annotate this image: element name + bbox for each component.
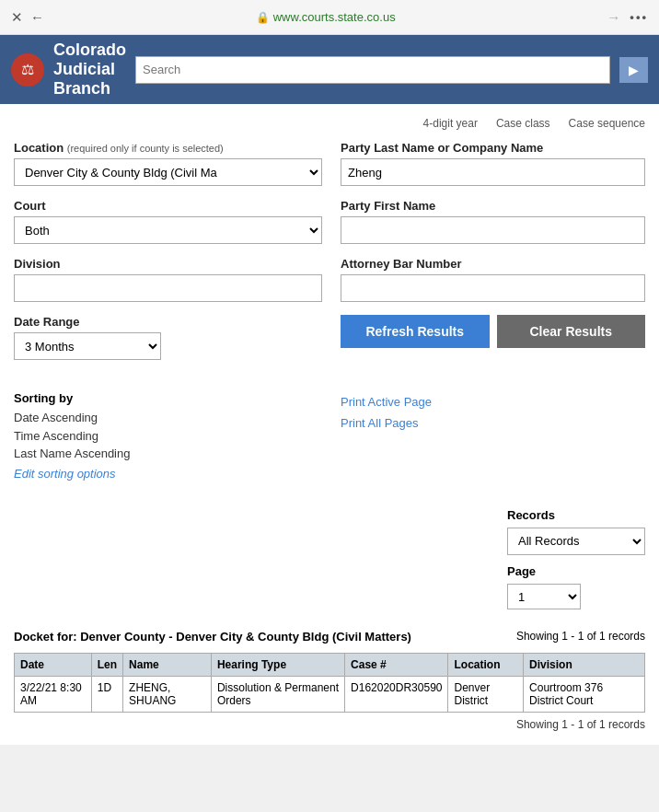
date-range-select[interactable]: 3 Months 1 Month 6 Months 1 Year (14, 332, 161, 360)
party-first-name-label: Party First Name (341, 199, 645, 213)
col-len: Len (91, 653, 122, 676)
cell-location: Denver District (448, 676, 524, 712)
date-range-label: Date Range (14, 315, 322, 329)
sorting-left: Sorting by Date Ascending Time Ascending… (14, 391, 322, 481)
site-logo: ⚖ (11, 53, 44, 87)
division-input[interactable] (14, 274, 322, 302)
col-case-num: Case # (345, 653, 448, 676)
main-content: 4-digit year Case class Case sequence Lo… (0, 104, 659, 745)
browser-bar: ✕ ← 🔒 www.courts.state.co.us → ••• (0, 0, 659, 35)
cell-case-num: D162020DR30590 (345, 676, 448, 712)
sorting-title: Sorting by (14, 391, 322, 405)
sorting-right: Print Active Page Print All Pages (341, 391, 645, 481)
court-select[interactable]: Both District County (14, 216, 322, 244)
location-field-group: Location (required only if county is sel… (14, 141, 322, 186)
col-division: Division (524, 653, 645, 676)
party-last-name-input[interactable] (341, 158, 645, 186)
party-first-name-field-group: Party First Name (341, 199, 645, 244)
party-first-name-input[interactable] (341, 216, 645, 244)
site-header: ⚖ Colorado Judicial Branch ▶ (0, 35, 659, 104)
case-year-label: 4-digit year (423, 117, 478, 130)
table-footer: Showing 1 - 1 of 1 records (14, 718, 645, 731)
records-select[interactable]: All Records 10 25 50 (507, 528, 645, 555)
sorting-section: Sorting by Date Ascending Time Ascending… (14, 391, 645, 481)
records-section: Records All Records 10 25 50 Page 1 (14, 508, 645, 609)
col-name: Name (123, 653, 212, 676)
case-sequence-label: Case sequence (569, 117, 645, 130)
case-class-label: Case class (496, 117, 550, 130)
docket-info: Docket for: Denver County - Denver City … (14, 624, 645, 649)
browser-controls: ✕ ← (11, 9, 44, 26)
court-label: Court (14, 199, 322, 213)
cell-name: ZHENG, SHUANG (123, 676, 212, 712)
division-label: Division (14, 257, 322, 271)
left-column: Location (required only if county is sel… (14, 141, 322, 373)
cell-hearing-type: Dissolution & Permanent Orders (211, 676, 344, 712)
close-icon[interactable]: ✕ (11, 9, 23, 26)
party-last-name-field-group: Party Last Name or Company Name (341, 141, 645, 186)
division-field-group: Division (14, 257, 322, 302)
site-title: Colorado Judicial Branch (53, 41, 126, 99)
search-button[interactable]: ▶ (619, 57, 648, 83)
refresh-results-button[interactable]: Refresh Results (341, 315, 490, 348)
right-column: Party Last Name or Company Name Party Fi… (341, 141, 645, 373)
col-location: Location (448, 653, 524, 676)
sorting-date: Date Ascending (14, 409, 322, 427)
records-label: Records (507, 508, 645, 522)
showing-text-top: Showing 1 - 1 of 1 records (516, 630, 645, 643)
browser-url: 🔒 www.courts.state.co.us (53, 10, 597, 24)
page-select[interactable]: 1 (507, 584, 581, 609)
sorting-time: Time Ascending (14, 427, 322, 446)
table-row: 3/22/21 8:30 AM 1D ZHENG, SHUANG Dissolu… (15, 676, 645, 712)
cell-division: Courtroom 376 District Court (524, 676, 645, 712)
search-input[interactable] (135, 56, 610, 84)
cell-len: 1D (91, 676, 122, 712)
forward-icon[interactable]: → (607, 9, 620, 25)
lock-icon: 🔒 (256, 11, 270, 24)
results-table: Date Len Name Hearing Type Case # Locati… (14, 653, 645, 713)
logo-icon: ⚖ (21, 61, 34, 78)
col-date: Date (15, 653, 92, 676)
date-range-field-group: Date Range 3 Months 1 Month 6 Months 1 Y… (14, 315, 322, 360)
court-field-group: Court Both District County (14, 199, 322, 244)
back-icon[interactable]: ← (30, 9, 44, 25)
edit-sorting-link[interactable]: Edit sorting options (14, 467, 322, 481)
page-label: Page (507, 564, 645, 578)
location-select[interactable]: Denver City & County Bldg (Civil Ma (14, 158, 322, 186)
table-header-row: Date Len Name Hearing Type Case # Locati… (15, 653, 645, 676)
docket-title: Docket for: Denver County - Denver City … (14, 630, 411, 644)
print-all-pages-link[interactable]: Print All Pages (341, 412, 645, 434)
clear-results-button[interactable]: Clear Results (497, 315, 646, 348)
button-row: Refresh Results Clear Results (341, 315, 645, 348)
sorting-name: Last Name Ascending (14, 445, 322, 463)
case-number-row: 4-digit year Case class Case sequence (14, 113, 645, 137)
attorney-bar-field-group: Attorney Bar Number (341, 257, 645, 302)
print-active-page-link[interactable]: Print Active Page (341, 391, 645, 412)
col-hearing-type: Hearing Type (211, 653, 344, 676)
records-inner: Records All Records 10 25 50 Page 1 (507, 508, 645, 609)
attorney-bar-label: Attorney Bar Number (341, 257, 645, 271)
location-label: Location (required only if county is sel… (14, 141, 322, 155)
more-icon[interactable]: ••• (630, 10, 648, 24)
form-layout: Location (required only if county is sel… (14, 141, 645, 373)
cell-date: 3/22/21 8:30 AM (15, 676, 92, 712)
location-note: (required only if county is selected) (67, 143, 224, 154)
party-last-name-label: Party Last Name or Company Name (341, 141, 645, 155)
url-text[interactable]: www.courts.state.co.us (273, 10, 396, 24)
attorney-bar-input[interactable] (341, 274, 645, 302)
